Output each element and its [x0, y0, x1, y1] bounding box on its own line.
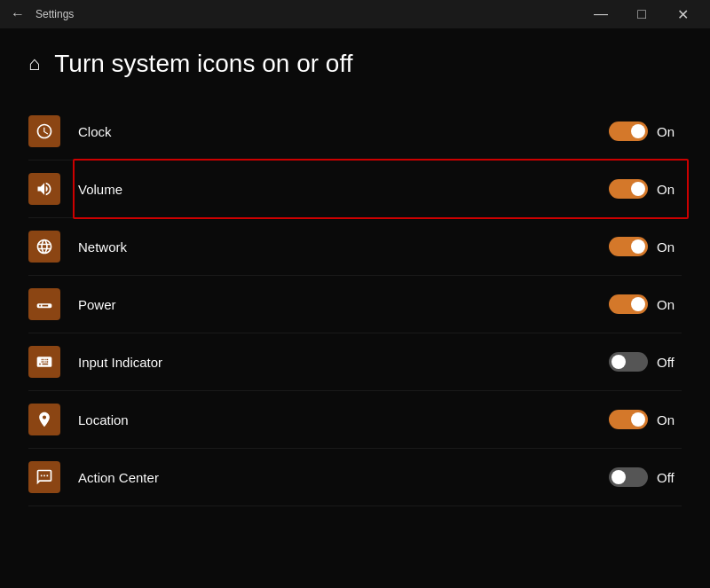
volume-item: Volume On: [28, 161, 682, 218]
main-content: ⌂ Turn system icons on or off Clock On: [0, 28, 710, 528]
location-label: Location: [78, 412, 575, 427]
action-center-icon: [36, 468, 53, 486]
title-bar-left: ← Settings: [7, 6, 74, 22]
power-icon-box: [28, 288, 60, 320]
network-toggle-area: On: [575, 237, 682, 256]
clock-label: Clock: [78, 124, 575, 139]
clock-status: On: [657, 124, 682, 139]
action-center-toggle-knob: [611, 470, 626, 484]
power-status: On: [657, 297, 682, 312]
title-bar-title: Settings: [36, 8, 74, 20]
power-toggle-area: On: [575, 294, 682, 314]
title-bar-controls: — □ ✕: [580, 0, 703, 28]
action-center-icon-box: [28, 461, 60, 493]
input-indicator-status: Off: [657, 355, 682, 370]
volume-label: Volume: [78, 182, 575, 197]
network-label: Network: [78, 239, 575, 255]
power-item: Power On: [28, 276, 682, 333]
volume-icon-box: [28, 173, 60, 205]
power-label: Power: [78, 297, 575, 312]
action-center-status: Off: [657, 470, 682, 485]
network-icon-box: [28, 231, 60, 263]
volume-toggle-knob: [631, 182, 645, 196]
input-indicator-label: Input Indicator: [78, 355, 575, 370]
location-status: On: [657, 412, 682, 427]
action-center-label: Action Center: [78, 470, 575, 485]
page-title: Turn system icons on or off: [54, 50, 352, 78]
volume-icon: [36, 180, 53, 198]
settings-list: Clock On Volume On: [28, 103, 682, 506]
input-indicator-item: Input Indicator Off: [28, 333, 682, 391]
network-toggle[interactable]: [609, 237, 648, 256]
clock-icon: [36, 122, 53, 140]
volume-toggle[interactable]: [609, 179, 648, 199]
clock-toggle[interactable]: [609, 122, 648, 141]
input-indicator-icon-box: [28, 346, 60, 378]
minimize-button[interactable]: —: [580, 0, 621, 28]
power-toggle[interactable]: [609, 294, 648, 314]
input-indicator-toggle-knob: [611, 355, 626, 369]
location-toggle-knob: [631, 412, 645, 427]
clock-icon-box: [28, 115, 60, 147]
action-center-toggle[interactable]: [609, 467, 648, 487]
maximize-button[interactable]: □: [621, 0, 662, 28]
location-icon: [36, 411, 53, 428]
volume-status: On: [657, 182, 682, 197]
close-button[interactable]: ✕: [662, 0, 703, 28]
back-button[interactable]: ←: [7, 6, 28, 22]
location-item: Location On: [28, 391, 682, 449]
power-icon: [36, 295, 53, 313]
network-toggle-knob: [631, 239, 645, 254]
location-toggle[interactable]: [609, 410, 648, 429]
page-title-row: ⌂ Turn system icons on or off: [28, 50, 682, 78]
network-icon: [36, 238, 53, 255]
volume-toggle-area: On: [575, 179, 682, 199]
clock-toggle-area: On: [575, 122, 682, 141]
network-item: Network On: [28, 218, 682, 276]
input-indicator-icon: [36, 353, 53, 371]
clock-item: Clock On: [28, 103, 682, 161]
title-bar: ← Settings — □ ✕: [0, 0, 710, 28]
input-indicator-toggle[interactable]: [609, 352, 648, 372]
location-icon-box: [28, 404, 60, 435]
clock-toggle-knob: [631, 124, 645, 138]
action-center-item: Action Center Off: [28, 449, 682, 506]
location-toggle-area: On: [575, 410, 682, 429]
input-indicator-toggle-area: Off: [575, 352, 682, 372]
network-status: On: [657, 239, 682, 255]
action-center-toggle-area: Off: [575, 467, 682, 487]
home-icon: ⌂: [28, 52, 40, 75]
power-toggle-knob: [631, 297, 645, 311]
